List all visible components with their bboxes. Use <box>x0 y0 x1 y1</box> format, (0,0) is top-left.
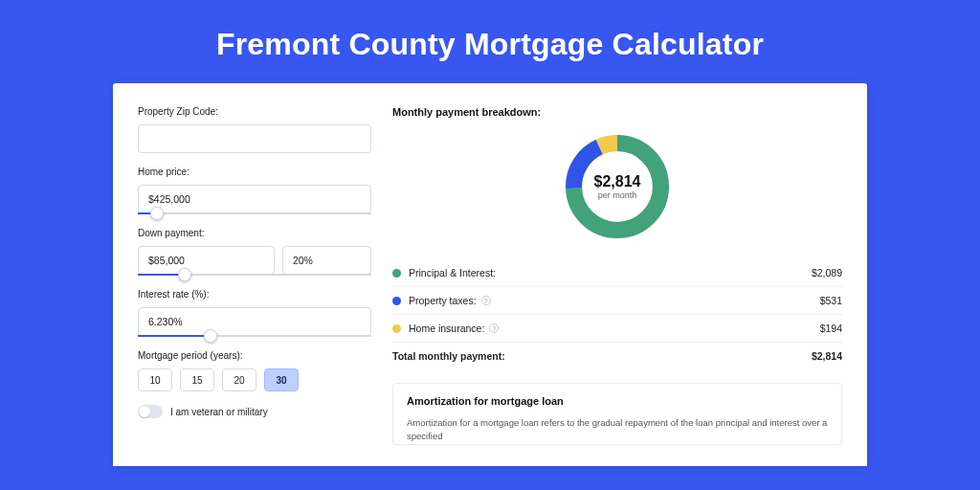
rate-group: Interest rate (%): 6.230% <box>138 289 371 337</box>
legend-item: Principal & Interest:$2,089 <box>392 259 842 286</box>
legend-dot <box>392 297 401 305</box>
donut-wrap: $2,814 per month <box>392 123 842 254</box>
period-option-10[interactable]: 10 <box>138 368 172 391</box>
period-option-15[interactable]: 15 <box>180 368 214 391</box>
legend-label: Principal & Interest: <box>409 267 496 278</box>
down-slider[interactable] <box>138 274 371 276</box>
veteran-toggle-knob <box>139 406 150 417</box>
breakdown-legend: Principal & Interest:$2,089Property taxe… <box>392 259 842 369</box>
legend-item: Property taxes:?$531 <box>392 286 842 314</box>
page-title: Fremont County Mortgage Calculator <box>0 0 980 83</box>
total-label: Total monthly payment: <box>392 350 505 362</box>
amortization-heading: Amortization for mortgage loan <box>407 395 828 407</box>
rate-slider-fill <box>138 335 211 337</box>
period-label: Mortgage period (years): <box>138 350 371 361</box>
rate-label: Interest rate (%): <box>138 289 371 300</box>
donut-subtext: per month <box>598 190 637 200</box>
calculator-card: Property Zip Code: Home price: $425,000 … <box>113 83 867 466</box>
rate-slider-thumb[interactable] <box>204 329 217 343</box>
total-value: $2,814 <box>812 350 842 362</box>
legend-item: Home insurance:?$194 <box>392 314 842 342</box>
period-option-20[interactable]: 20 <box>222 368 256 391</box>
period-option-30[interactable]: 30 <box>264 368 299 391</box>
price-label: Home price: <box>138 167 371 177</box>
veteran-row: I am veteran or military <box>138 405 371 418</box>
legend-dot <box>392 269 401 278</box>
breakdown-heading: Monthly payment breakdown: <box>392 106 842 118</box>
amortization-card: Amortization for mortgage loan Amortizat… <box>392 383 842 445</box>
legend-label: Property taxes: <box>409 295 477 306</box>
amortization-body: Amortization for a mortgage loan refers … <box>407 416 828 444</box>
donut-amount: $2,814 <box>594 173 641 190</box>
inputs-column: Property Zip Code: Home price: $425,000 … <box>138 106 371 466</box>
donut-center: $2,814 per month <box>560 129 675 244</box>
down-label: Down payment: <box>138 228 371 238</box>
down-amount-input[interactable]: $85,000 <box>138 246 275 275</box>
legend-label: Home insurance: <box>409 323 484 334</box>
help-icon[interactable]: ? <box>481 296 491 305</box>
help-icon[interactable]: ? <box>489 323 499 333</box>
rate-slider[interactable] <box>138 335 371 337</box>
zip-label: Property Zip Code: <box>138 106 371 117</box>
price-input[interactable]: $425,000 <box>138 185 371 213</box>
price-slider-thumb[interactable] <box>150 207 164 220</box>
period-group: Mortgage period (years): 10152030 <box>138 350 371 391</box>
legend-dot <box>392 324 401 333</box>
down-slider-thumb[interactable] <box>178 268 191 281</box>
breakdown-column: Monthly payment breakdown: $2,814 per mo… <box>392 106 842 466</box>
legend-value: $2,089 <box>812 267 842 278</box>
price-group: Home price: $425,000 <box>138 167 371 214</box>
veteran-toggle[interactable] <box>138 405 163 418</box>
veteran-label: I am veteran or military <box>170 407 268 417</box>
legend-total: Total monthly payment:$2,814 <box>392 342 842 369</box>
legend-value: $194 <box>820 323 842 334</box>
period-options: 10152030 <box>138 368 371 391</box>
donut-chart: $2,814 per month <box>560 129 675 244</box>
legend-value: $531 <box>820 295 842 306</box>
down-group: Down payment: $85,000 20% <box>138 228 371 276</box>
down-pct-input[interactable]: 20% <box>282 246 371 275</box>
price-slider[interactable] <box>138 212 371 214</box>
zip-group: Property Zip Code: <box>138 106 371 153</box>
rate-input[interactable]: 6.230% <box>138 307 371 336</box>
zip-input[interactable] <box>138 124 371 153</box>
